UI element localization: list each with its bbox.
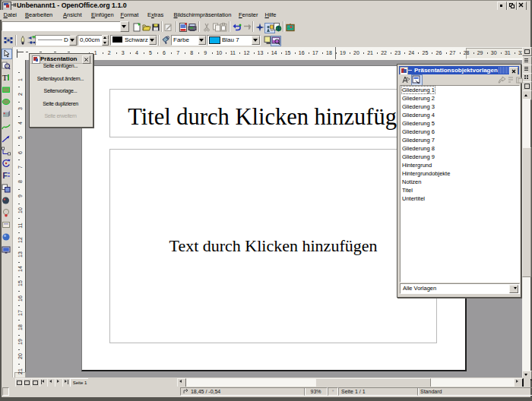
svg-text:F: F (3, 172, 8, 180)
svg-text:T: T (2, 73, 8, 82)
